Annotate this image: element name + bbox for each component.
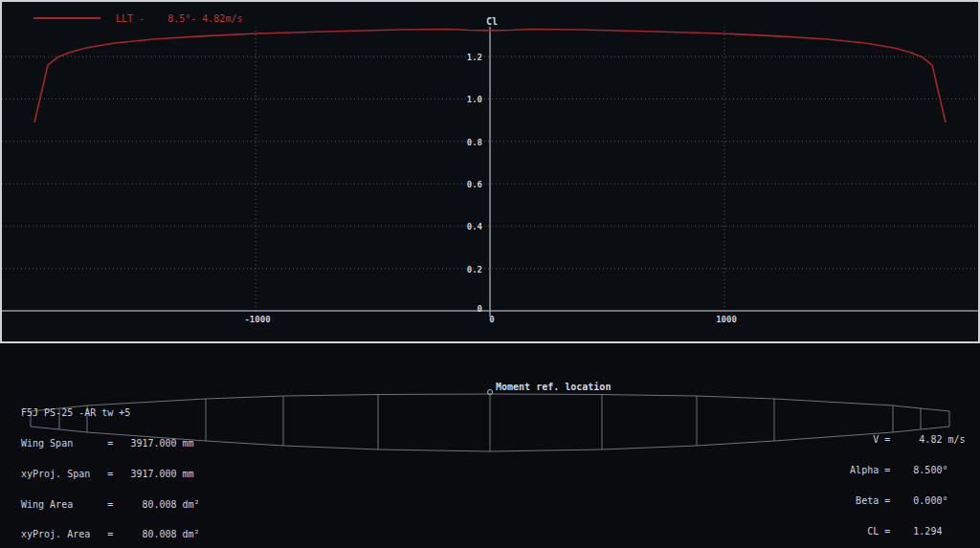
x-tick-label: 1000 [698, 315, 755, 324]
x-tick-label: 0 [463, 315, 521, 324]
wing-data-line: xyProj. Span = 3917.000 mm [21, 470, 217, 480]
opp-data-line: CL = 1.294 [821, 527, 966, 537]
x-tick-label: -1000 [229, 315, 286, 324]
y-tick-label: 1.2 [427, 53, 482, 62]
opp-data-line: Alpha = 8.500° [821, 466, 966, 476]
y-tick-label: 1.0 [427, 95, 482, 104]
y-tick-label: 0.2 [427, 265, 482, 274]
xflr5-window: LLT - 8.5°- 4.82m/s Cl 1.2 1.0 0.8 0.6 0… [0, 0, 980, 548]
wing-data-line: xyProj. Area = 80.008 dm² [21, 530, 217, 540]
plane-name: F5J PS-25 -AR tw +5 [21, 408, 217, 419]
wing-data-block: F5J PS-25 -AR tw +5 Wing Span = 3917.000… [21, 388, 217, 548]
y-tick-label: 0 [427, 304, 482, 314]
y-tick-label: 0.8 [427, 138, 482, 147]
wing-data-line: Wing Area = 80.008 dm² [21, 500, 217, 511]
wing-data-line: Wing Span = 3917.000 mm [21, 439, 217, 449]
legend-line-icon [33, 17, 100, 19]
opp-data-line: V = 4.82 m/s [821, 435, 966, 446]
operating-point-block: V = 4.82 m/s Alpha = 8.500° Beta = 0.000… [821, 415, 966, 548]
wing-view-panel[interactable]: Moment ref. location F5J PS-25 -AR tw +5… [0, 343, 980, 548]
y-tick-label: 0.6 [427, 180, 482, 189]
y-tick-label: 0.4 [427, 222, 482, 231]
y-axis-title: Cl [434, 16, 549, 27]
cl-distribution-chart-panel[interactable]: LLT - 8.5°- 4.82m/s Cl 1.2 1.0 0.8 0.6 0… [0, 0, 980, 343]
moment-ref-label: Moment ref. location [496, 382, 611, 392]
opp-data-line: Beta = 0.000° [821, 496, 966, 507]
chart-legend[interactable]: LLT - 8.5°- 4.82m/s [33, 11, 242, 25]
legend-label: LLT - 8.5°- 4.82m/s [116, 13, 242, 24]
cl-chart-canvas[interactable] [0, 0, 980, 343]
